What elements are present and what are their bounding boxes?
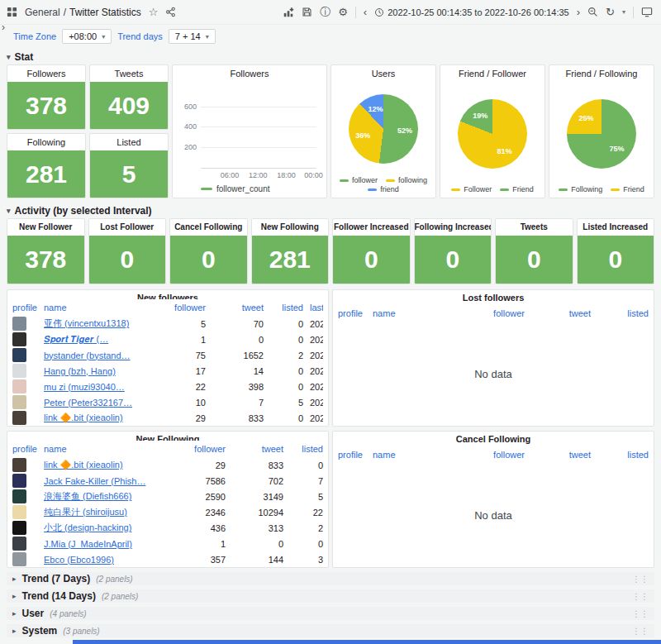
legend-item[interactable]: Follower [451,185,492,193]
col-header-follower[interactable]: follower [155,303,206,312]
user-link[interactable]: Hang (bzh, Hang) [44,366,116,376]
col-header-profile[interactable]: profile [338,308,373,318]
user-link[interactable]: link 🔶.bit (xieaolin) [44,413,123,422]
legend-item[interactable]: following [386,176,427,184]
user-link[interactable]: J.Mia (J_MadeInApril) [44,539,132,549]
col-header-listed[interactable]: listed [591,308,649,318]
cycle-view-monitor-icon[interactable] [641,7,653,17]
follower-cell: 22 [155,382,206,392]
refresh-interval-caret-icon[interactable]: ▾ [622,8,625,16]
col-header-name[interactable]: name [373,450,450,460]
panel-tweets-stat[interactable]: Tweets 409 [89,64,169,130]
save-dashboard-icon[interactable] [302,7,312,17]
col-header-listed[interactable]: listed [283,444,323,454]
col-header-tweet[interactable]: tweet [525,308,591,318]
col-header-listed[interactable]: listed [591,450,649,460]
panel-cancel-following[interactable]: Cancel Following 0 [169,218,248,284]
row-trend-7-days[interactable]: ▸ Trend (7 Days) (2 panels) ⋮⋮ [7,572,654,585]
refresh-icon[interactable]: ↻ [606,7,615,17]
panel-users-pie[interactable]: Users 52%36%12% follower following frien… [330,64,436,198]
col-header-name[interactable]: name [373,308,450,318]
drag-handle-icon[interactable]: ⋮⋮ [632,627,649,636]
user-link[interactable]: 小北 (design-hacking) [44,522,131,532]
panel-following-stat[interactable]: Following 281 [7,133,86,198]
user-link[interactable]: bystander (bystand… [44,351,131,360]
panel-following-increased[interactable]: Following Increased 0 [414,218,492,284]
col-header-profile[interactable]: profile [12,303,44,312]
timezone-select[interactable]: +08:00 ▾ [62,29,112,44]
panel-cancel-following-table[interactable]: Cancel Following profile name follower t… [332,431,654,568]
legend-item[interactable]: Friend [611,185,644,193]
time-series-plot[interactable]: 600 400 200 06:00 12:00 18:00 00:00 [201,87,316,168]
row-user[interactable]: ▸ User (4 panels) ⋮⋮ [7,607,654,620]
col-header-follower[interactable]: follower [450,450,525,460]
panel-listed-stat[interactable]: Listed 5 [89,133,169,198]
legend-item[interactable]: friend [368,185,399,193]
legend-item[interactable]: Following [559,185,602,193]
apps-grid-icon[interactable] [7,7,17,17]
panel-friend-following-pie[interactable]: Friend / Following 75%25% Following Frie… [549,64,654,198]
panel-tweets-activity[interactable]: Tweets 0 [495,218,573,284]
col-header-tweet[interactable]: tweet [206,303,264,312]
user-link[interactable]: Peter (Peter332167… [44,398,132,408]
col-header-follower[interactable]: follower [450,308,525,318]
user-link[interactable]: 𝑺𝒑𝒐𝒓𝒕 𝑻𝒊𝒈𝒆𝒓 (… [44,334,108,344]
legend-item[interactable]: Friend [500,185,534,193]
legend-swatch [611,188,620,191]
panel-listed-increased[interactable]: Listed Increased 0 [577,218,655,284]
timezone-label[interactable]: Time Zone [13,31,56,41]
panel-new-followers-table[interactable]: New followers profile name follower twee… [7,289,329,427]
col-header-last[interactable]: last [303,303,323,312]
legend-item[interactable]: follower [340,176,378,184]
row-trend-14-days[interactable]: ▸ Trend (14 Days) (2 panels) ⋮⋮ [7,589,654,603]
user-link[interactable]: 亚伟 (vincentxu1318) [44,318,129,328]
zoom-out-icon[interactable] [587,7,598,17]
time-range-picker[interactable]: 2022-10-25 00:14:35 to 2022-10-26 00:14:… [374,7,569,17]
drag-handle-icon[interactable]: ⋮⋮ [632,592,649,601]
col-header-follower[interactable]: follower [174,444,226,454]
user-link[interactable]: link 🔶.bit (xieaolin) [44,460,123,470]
col-header-tweet[interactable]: tweet [525,450,591,460]
dashboard-title[interactable]: Twitter Statistics [69,7,141,18]
trend-days-label[interactable]: Trend days [117,31,163,41]
trend-days-select[interactable]: 7 + 14 ▾ [169,29,216,44]
panel-friend-follower-pie[interactable]: Friend / Follower 81%19% Follower Friend [440,64,545,198]
panel-follower-increased[interactable]: Follower Increased 0 [332,218,411,284]
panel-followers-timeseries[interactable]: Followers 600 400 200 06:00 12:00 18:00 … [172,64,327,198]
users-pie-chart[interactable]: 52%36%12% [349,94,418,164]
row-system[interactable]: ▸ System (3 panels) ⋮⋮ [7,624,654,637]
add-panel-icon[interactable] [283,7,294,18]
panel-lost-followers-table[interactable]: Lost followers profile name follower twe… [332,289,654,427]
friend-following-pie-chart[interactable]: 75%25% [567,99,636,169]
panel-followers-stat[interactable]: Followers 378 [7,64,86,130]
breadcrumb-folder[interactable]: General [25,7,60,18]
row-header-activity[interactable]: ▾ Activity (by selected Interval) [7,203,654,218]
time-shift-back-icon[interactable]: ‹ [364,7,367,17]
share-icon[interactable] [165,7,176,17]
panel-new-following[interactable]: New Following 281 [251,218,330,284]
col-header-listed[interactable]: listed [264,303,303,312]
chart-legend[interactable]: follower_count [201,184,269,193]
user-link[interactable]: Jack Fake-Killer (Phish… [44,476,145,486]
user-link[interactable]: 浪海婆鱼 (Diefish666) [44,491,131,501]
panel-lost-follower[interactable]: Lost Follower 0 [88,218,167,284]
settings-gear-icon[interactable]: ⚙ [338,7,348,17]
row-header-stat[interactable]: ▾ Stat [7,50,654,64]
drag-handle-icon[interactable]: ⋮⋮ [632,575,649,584]
user-link[interactable]: Ebco (Ebco1996) [44,555,114,565]
dashboard-insights-icon[interactable]: ⓘ [320,7,330,17]
user-link[interactable]: 纯白果汁 (shiroijusu) [44,507,127,517]
star-icon[interactable]: ☆ [149,7,159,17]
col-header-profile[interactable]: profile [338,450,373,460]
col-header-profile[interactable]: profile [12,444,44,454]
panel-new-follower[interactable]: New Follower 378 [7,218,85,284]
friend-follower-pie-chart[interactable]: 81%19% [458,99,527,169]
user-link[interactable]: mu zi (muzi93040… [44,382,125,392]
col-header-name[interactable]: name [44,444,174,454]
expand-menu-chevron-icon[interactable]: › [2,21,5,33]
drag-handle-icon[interactable]: ⋮⋮ [632,609,649,618]
col-header-tweet[interactable]: tweet [226,444,283,454]
col-header-name[interactable]: name [44,303,155,312]
panel-new-following-table[interactable]: New Following profile name follower twee… [7,431,329,568]
time-shift-forward-icon[interactable]: › [577,7,580,17]
